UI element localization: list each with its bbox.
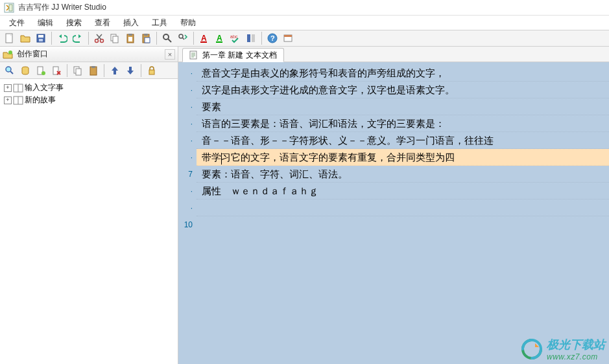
editor-line[interactable]: 带学习它的文字，语言文字的要素有重复，合并同类型为四 (197, 149, 609, 166)
db-button[interactable] (18, 63, 32, 78)
watermark-url: www.xz7.com (547, 352, 605, 361)
svg-rect-4 (38, 35, 43, 38)
svg-rect-40 (129, 67, 132, 71)
undo-button[interactable] (55, 31, 69, 45)
redo-button[interactable] (71, 31, 85, 45)
menu-edit[interactable]: 编辑 (31, 16, 60, 30)
separator (193, 32, 194, 45)
menu-file[interactable]: 文件 (3, 16, 31, 30)
svg-rect-14 (144, 34, 148, 36)
tree-item[interactable]: + 输入文字事 (1, 82, 176, 94)
menu-tools[interactable]: 工具 (145, 16, 174, 30)
paste-special-button[interactable] (139, 31, 153, 45)
gutter-mark: · (178, 149, 193, 166)
separator (51, 32, 52, 45)
find-button[interactable] (160, 31, 174, 45)
menu-search[interactable]: 搜索 (60, 16, 88, 30)
tree-item[interactable]: + 新的故事 (1, 94, 176, 106)
open-button[interactable] (18, 31, 32, 45)
svg-rect-41 (149, 70, 154, 74)
panel-paste-button[interactable] (86, 63, 101, 78)
editor-line[interactable]: 意音文字是由表义的象形符号和表音的声旁组成的文字， (197, 65, 609, 82)
move-up-button[interactable] (108, 63, 122, 78)
panel-title: 创作窗口 (17, 49, 161, 60)
svg-rect-12 (128, 37, 132, 41)
move-down-button[interactable] (123, 63, 137, 78)
svg-rect-39 (113, 71, 116, 74)
book-icon (13, 84, 23, 93)
svg-rect-19 (200, 41, 207, 43)
editor-line[interactable]: 汉字是由表形文字进化成的意音文字，汉字也是语素文字。 (197, 82, 609, 98)
svg-rect-15 (145, 38, 150, 43)
attach-button[interactable] (34, 63, 48, 78)
svg-point-16 (163, 34, 169, 40)
gutter-mark: · (178, 132, 193, 149)
window-button[interactable] (281, 31, 295, 45)
tree-label: 新的故事 (25, 95, 56, 106)
cut-button[interactable] (92, 31, 106, 45)
app-icon (4, 3, 14, 13)
separator (104, 64, 104, 77)
panel-close-button[interactable]: × (165, 49, 175, 60)
gutter-line-number: 7 (178, 166, 193, 183)
tree-expand-icon[interactable]: + (4, 97, 12, 104)
panel-toolbar (0, 62, 178, 79)
book-icon (13, 96, 23, 105)
svg-text:A: A (217, 34, 222, 43)
editor-line[interactable] (197, 199, 609, 216)
separator (88, 32, 89, 45)
editor-line[interactable]: 要素：语音、字符、词汇、语法。 (197, 166, 609, 183)
gutter: · · · · · · 7 · · 10 (178, 62, 197, 364)
replace-button[interactable] (176, 31, 190, 45)
editor-line[interactable]: 要素 (197, 98, 609, 115)
editor[interactable]: · · · · · · 7 · · 10 意音文字是由表义的象形符号和表音的声旁… (178, 62, 609, 364)
svg-rect-44 (190, 51, 197, 59)
lock-button[interactable] (145, 63, 159, 78)
tab-label: 第一章 新建 文本文档 (202, 50, 277, 61)
gutter-mark: · (178, 98, 193, 115)
menu-help[interactable]: 帮助 (174, 16, 202, 30)
editor-line[interactable]: 音－－语音、形－－字符形状、义－－意义。学习一门语言，往往连 (197, 132, 609, 149)
font-color-green-button[interactable]: A (213, 31, 227, 45)
toggle-button[interactable] (244, 31, 258, 45)
svg-rect-36 (76, 69, 81, 75)
editor-line[interactable]: 语言的三要素是：语音、词汇和语法，文字的三要素是： (197, 115, 609, 132)
svg-point-30 (6, 67, 11, 72)
text-lines[interactable]: 意音文字是由表义的象形符号和表音的声旁组成的文字，汉字是由表形文字进化成的意音文… (197, 62, 609, 364)
paste-button[interactable] (123, 31, 137, 45)
svg-rect-38 (91, 66, 95, 68)
svg-point-33 (42, 71, 45, 75)
gutter-mark: · (178, 183, 193, 199)
tree-expand-icon[interactable]: + (4, 84, 12, 92)
app-title: 吉吉写作 JJ Writer Studio (18, 2, 106, 13)
svg-text:A: A (201, 34, 207, 43)
spellcheck-button[interactable]: abc (228, 31, 243, 45)
separator (67, 64, 67, 77)
editor-area: 第一章 新建 文本文档 · · · · · · 7 · · 10 意音文字是由表… (178, 47, 609, 364)
copy-button[interactable] (108, 31, 122, 45)
main-toolbar: A A abc ? (0, 30, 609, 47)
svg-rect-5 (39, 39, 43, 41)
svg-rect-21 (216, 41, 222, 43)
find-blue-button[interactable] (3, 63, 17, 78)
document-tab[interactable]: 第一章 新建 文本文档 (182, 48, 284, 62)
editor-line[interactable]: 属性 ｗｅｎｄａｆａｈｇ (197, 183, 609, 199)
gutter-mark: · (178, 82, 193, 98)
help-button[interactable]: ? (265, 31, 280, 45)
svg-rect-1 (9, 5, 12, 11)
watermark-logo-icon (521, 338, 543, 360)
menu-view[interactable]: 查看 (88, 16, 117, 30)
font-color-red-button[interactable]: A (197, 31, 211, 45)
svg-rect-11 (128, 34, 132, 36)
svg-rect-23 (247, 34, 250, 42)
svg-rect-24 (252, 34, 255, 42)
tree: + 输入文字事 + 新的故事 (0, 79, 178, 109)
delete-button[interactable] (49, 63, 64, 78)
gutter-mark: · (178, 65, 193, 82)
new-button[interactable] (3, 31, 17, 45)
menu-insert[interactable]: 插入 (117, 16, 145, 30)
separator (261, 32, 262, 45)
tabstrip: 第一章 新建 文本文档 (178, 47, 609, 62)
panel-copy-button[interactable] (71, 63, 85, 78)
save-button[interactable] (34, 31, 48, 45)
